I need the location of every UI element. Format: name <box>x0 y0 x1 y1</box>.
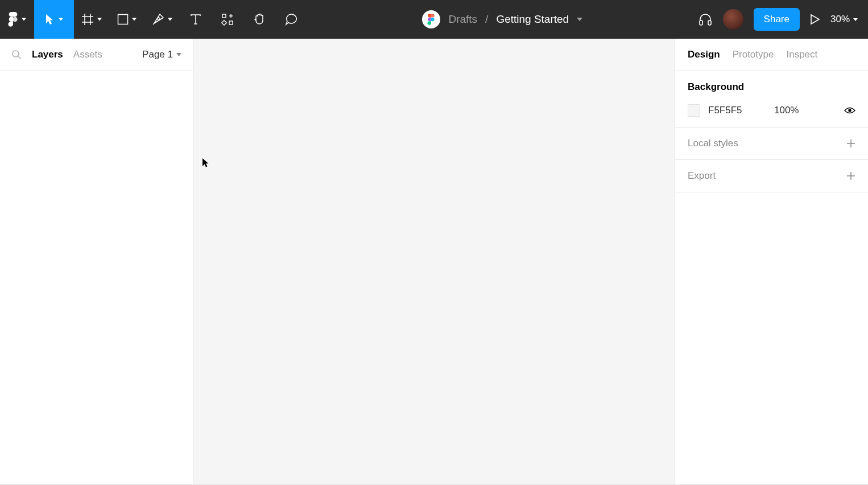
zoom-level-label: 30% <box>830 14 850 25</box>
main-area: Layers Assets Page 1 Design Prototype In… <box>0 39 868 485</box>
svg-rect-5 <box>118 15 128 24</box>
background-color-row: F5F5F5 100% <box>688 104 855 117</box>
svg-point-0 <box>13 17 18 22</box>
hand-icon <box>253 13 266 26</box>
right-panel: Design Prototype Inspect Background F5F5… <box>675 39 868 485</box>
pen-icon <box>152 13 164 26</box>
svg-rect-9 <box>229 21 233 24</box>
add-local-style-button[interactable] <box>846 139 855 148</box>
canvas-area[interactable] <box>193 39 675 485</box>
breadcrumb-location[interactable]: Drafts <box>448 13 477 26</box>
left-panel: Layers Assets Page 1 <box>0 39 193 485</box>
user-avatar[interactable] <box>723 9 743 30</box>
headphones-icon <box>698 12 713 27</box>
pen-tool-button[interactable] <box>144 0 180 39</box>
chevron-down-icon <box>132 17 137 22</box>
move-cursor-icon <box>45 13 55 26</box>
top-toolbar: Drafts / Getting Started Share 30% <box>0 0 868 39</box>
svg-rect-14 <box>708 20 711 25</box>
page-label: Page 1 <box>142 49 173 60</box>
svg-point-12 <box>431 18 435 22</box>
rectangle-icon <box>117 14 129 25</box>
main-menu-button[interactable] <box>0 0 34 39</box>
svg-point-6 <box>158 18 160 20</box>
resources-button[interactable] <box>212 0 243 39</box>
svg-rect-8 <box>222 20 226 25</box>
text-icon <box>190 14 201 25</box>
comment-tool-button[interactable] <box>275 0 307 39</box>
color-swatch[interactable] <box>688 104 700 117</box>
svg-point-17 <box>848 109 851 112</box>
breadcrumb-separator: / <box>485 13 488 26</box>
tab-prototype[interactable]: Prototype <box>733 49 774 60</box>
play-icon <box>810 14 820 25</box>
breadcrumb[interactable]: Drafts / Getting Started <box>448 13 582 26</box>
chevron-down-icon <box>97 17 102 22</box>
visibility-toggle[interactable] <box>844 106 855 114</box>
local-styles-section: Local styles <box>675 128 868 160</box>
export-section: Export <box>675 160 868 192</box>
svg-rect-7 <box>222 14 226 18</box>
frame-icon <box>81 13 94 26</box>
audio-button[interactable] <box>698 12 713 27</box>
frame-tool-button[interactable] <box>74 0 109 39</box>
background-section: Background F5F5F5 100% <box>675 71 868 128</box>
chevron-down-icon[interactable] <box>577 18 582 21</box>
comment-icon <box>285 13 297 26</box>
svg-line-16 <box>18 56 21 59</box>
plus-icon <box>846 139 855 148</box>
chevron-down-icon <box>176 53 181 56</box>
search-icon <box>11 50 22 60</box>
tab-design[interactable]: Design <box>688 49 720 60</box>
figma-color-logo-icon <box>427 14 435 25</box>
toolbar-left-group <box>0 0 307 39</box>
tab-assets[interactable]: Assets <box>73 49 102 60</box>
hand-tool-button[interactable] <box>243 0 275 39</box>
text-tool-button[interactable] <box>180 0 212 39</box>
chevron-down-icon <box>168 17 172 22</box>
share-button[interactable]: Share <box>754 8 800 31</box>
present-button[interactable] <box>810 14 820 25</box>
local-styles-title: Local styles <box>688 138 738 149</box>
color-hex-value[interactable]: F5F5F5 <box>708 105 749 116</box>
right-panel-tabs: Design Prototype Inspect <box>675 39 868 71</box>
svg-point-15 <box>13 51 19 57</box>
left-panel-header: Layers Assets Page 1 <box>0 39 193 71</box>
color-opacity-value[interactable]: 100% <box>774 105 799 116</box>
export-title: Export <box>688 170 716 182</box>
plus-icon <box>846 171 855 180</box>
svg-rect-13 <box>700 20 702 25</box>
resources-icon <box>221 13 234 26</box>
zoom-selector[interactable]: 30% <box>830 14 858 25</box>
background-title: Background <box>688 81 855 93</box>
cursor-icon <box>202 158 210 168</box>
tab-inspect[interactable]: Inspect <box>786 49 817 60</box>
chevron-down-icon <box>59 17 63 22</box>
chevron-down-icon <box>853 18 858 21</box>
eye-icon <box>844 106 855 114</box>
chevron-down-icon <box>22 17 26 22</box>
figma-logo-icon <box>8 12 18 27</box>
toolbar-center-group: Drafts / Getting Started <box>307 10 698 28</box>
search-button[interactable] <box>11 50 22 60</box>
add-export-button[interactable] <box>846 171 855 180</box>
shape-tool-button[interactable] <box>109 0 144 39</box>
file-app-icon[interactable] <box>422 10 440 28</box>
move-tool-button[interactable] <box>34 0 74 39</box>
tab-layers[interactable]: Layers <box>32 49 63 60</box>
page-selector[interactable]: Page 1 <box>142 49 181 60</box>
breadcrumb-filename[interactable]: Getting Started <box>496 13 569 26</box>
toolbar-right-group: Share 30% <box>698 0 868 39</box>
